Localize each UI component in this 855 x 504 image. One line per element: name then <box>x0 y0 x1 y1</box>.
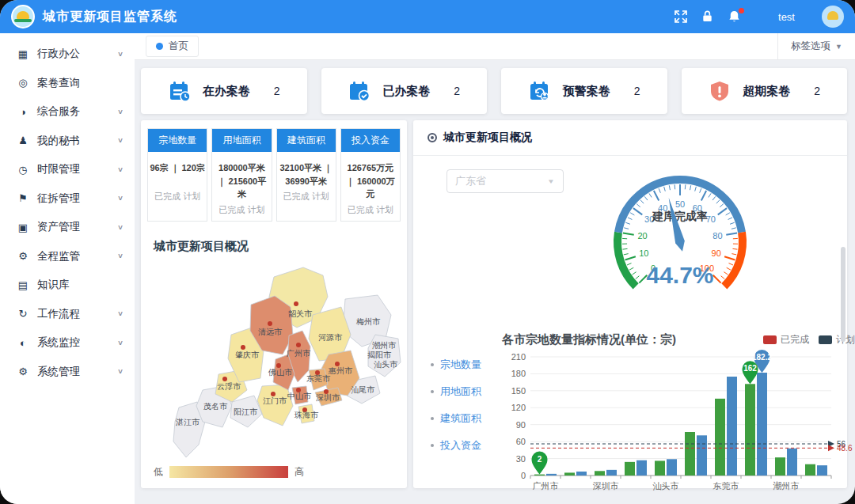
bar-done[interactable] <box>775 457 785 476</box>
gauge-tick <box>669 185 670 190</box>
legend-item[interactable]: 已完成 <box>763 333 809 347</box>
bar-plan[interactable] <box>787 449 797 476</box>
city-label: 韶关市 <box>288 309 313 318</box>
fullscreen-icon[interactable] <box>674 9 688 24</box>
bar-done[interactable] <box>655 460 665 476</box>
gauge-tick <box>628 218 632 220</box>
metric-link-1[interactable]: 宗地数量 <box>431 358 481 372</box>
chevron-down-icon: ∨ <box>117 310 124 318</box>
sidebar-item-4[interactable]: ♟我的秘书∨ <box>0 127 135 156</box>
gauge-tick <box>625 222 630 224</box>
tag-options-label: 标签选项 <box>791 40 830 53</box>
bar-done[interactable] <box>564 472 575 476</box>
stat-header[interactable]: 宗地数量 <box>148 129 207 152</box>
stat-body: 32100平米 ｜ 36990平米已完成 计划 <box>277 152 336 207</box>
summary-card-2[interactable]: 已办案卷2 <box>321 68 488 114</box>
sidebar-item-10[interactable]: ↻工作流程∨ <box>0 300 135 329</box>
markpoint-label: 2 <box>538 455 542 464</box>
city-marker-dot <box>294 301 298 306</box>
bar-done[interactable] <box>805 464 815 476</box>
gauge-tick <box>649 193 652 197</box>
bar-plan[interactable] <box>697 435 707 476</box>
bar-plan[interactable] <box>667 459 677 476</box>
chevron-down-icon: ▼ <box>547 178 555 185</box>
bar-plan[interactable] <box>817 465 827 476</box>
bar-plan[interactable] <box>546 474 557 476</box>
gauge-tick <box>724 256 735 260</box>
avatar[interactable] <box>822 6 844 28</box>
bar-done[interactable] <box>745 384 755 476</box>
summary-card-label: 已办案卷 <box>382 84 430 99</box>
markpoint-label: 182.2 <box>752 353 772 362</box>
sidebar-item-1[interactable]: ▦行政办公∨ <box>0 40 135 69</box>
summary-card-4[interactable]: 超期案卷2 <box>682 68 848 114</box>
gauge-tick <box>636 276 640 279</box>
summary-card-count: 2 <box>274 85 280 97</box>
archive-search-icon: ◎ <box>16 77 30 89</box>
tab-home[interactable]: 首页 <box>146 36 199 57</box>
summary-card-1[interactable]: 在办案卷2 <box>141 68 307 114</box>
bullseye-icon <box>428 133 437 142</box>
stat-card-4: 投入资金126765万元 ｜ 160000万元已完成 计划 <box>340 128 401 222</box>
sidebar-item-label: 资产管理 <box>37 220 80 234</box>
bar-plan[interactable] <box>727 377 737 476</box>
province-select[interactable]: 广东省 ▼ <box>446 169 564 193</box>
bell-icon[interactable] <box>728 9 742 24</box>
app-header: 城市更新项目监管系统 test <box>0 0 855 33</box>
bar-done[interactable] <box>685 432 695 476</box>
bar-done[interactable] <box>715 399 725 476</box>
gauge-tick <box>726 233 737 235</box>
x-tick-label: 广州市 <box>533 481 559 491</box>
metric-link-2[interactable]: 用地面积 <box>431 385 481 399</box>
summary-card-3[interactable]: 预警案卷2 <box>501 68 667 114</box>
y-tick-label: 0 <box>521 471 526 480</box>
stat-value: 32100平米 ｜ 36990平米 <box>279 161 334 188</box>
scrollbar-thumb[interactable] <box>841 247 846 342</box>
stat-header[interactable]: 投入资金 <box>341 129 400 152</box>
x-tick-label: 汕头市 <box>653 481 679 491</box>
gauge-tick <box>709 193 711 197</box>
stat-header[interactable]: 建筑面积 <box>277 129 336 152</box>
sidebar-item-2[interactable]: ◎案卷查询 <box>0 69 135 98</box>
tag-options-button[interactable]: 标签选项 ▼ <box>777 33 855 59</box>
metric-link-label: 投入资金 <box>440 438 481 453</box>
bar-chart[interactable]: 0306090120150180210广州市深圳市汕头市东莞市潮州市5648.6… <box>502 347 855 495</box>
gauge-tick <box>674 184 675 189</box>
sidebar-item-11[interactable]: ◐系统监控∨ <box>0 328 135 358</box>
choropleth-map[interactable]: 韶关市梅州市河源市潮州市揭阳市汕头市清远市肇庆市云浮市广州市佛山市东莞市惠州市汕… <box>141 261 407 459</box>
gauge-tick <box>633 208 642 214</box>
username[interactable]: test <box>778 11 795 23</box>
bar-done[interactable] <box>625 462 635 476</box>
legend-high-label: 高 <box>294 465 304 479</box>
sidebar-item-8[interactable]: ⚙全程监管∨ <box>0 242 135 271</box>
sidebar-item-label: 征拆管理 <box>37 191 80 206</box>
bar-plan[interactable] <box>636 460 647 476</box>
gauge-tick <box>726 213 730 215</box>
tab-active-dot <box>156 43 163 50</box>
sidebar-item-6[interactable]: ⚑征拆管理∨ <box>0 184 135 214</box>
bar-plan[interactable] <box>606 470 617 476</box>
sidebar-item-5[interactable]: ◷时限管理∨ <box>0 155 135 184</box>
sidebar-item-7[interactable]: ▣资产管理∨ <box>0 213 135 242</box>
gauge-tick <box>644 196 648 200</box>
sidebar-item-9[interactable]: ▤知识库 <box>0 271 135 300</box>
bar-done[interactable] <box>534 475 545 476</box>
bar-done[interactable] <box>595 471 605 476</box>
metric-link-3[interactable]: 建筑面积 <box>431 411 481 426</box>
metric-link-4[interactable]: 投入资金 <box>431 438 481 453</box>
bar-plan[interactable] <box>576 472 587 476</box>
city-label: 茂名市 <box>203 402 228 411</box>
bar-chart-block: 各市宗地数量指标情况(单位：宗) 已完成计划 03060901201501802… <box>502 332 855 498</box>
panel-title: 城市更新项目概况 <box>443 131 532 145</box>
gauge-tick <box>625 256 636 260</box>
app-window: 城市更新项目监管系统 test <box>0 0 855 504</box>
bar-plan[interactable] <box>757 373 767 476</box>
sidebar-item-3[interactable]: ◑综合服务∨ <box>0 97 135 127</box>
chevron-down-icon: ∨ <box>117 165 124 173</box>
legend-item[interactable]: 计划 <box>819 333 855 347</box>
lock-icon[interactable] <box>701 9 715 24</box>
gauge-tick <box>633 272 636 275</box>
stat-header[interactable]: 用地面积 <box>212 129 271 152</box>
markpoint-pin: 162 <box>743 361 758 384</box>
sidebar-item-12[interactable]: ⚙系统管理∨ <box>0 358 135 387</box>
